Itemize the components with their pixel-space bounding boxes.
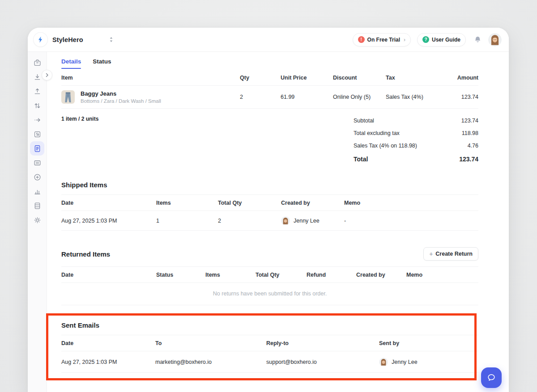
- order-item-row[interactable]: Baggy Jeans Bottoms / Zara / Dark Wash /…: [61, 86, 478, 109]
- item-unit-price: 61.99: [281, 94, 333, 100]
- sent-emails-section: Sent Emails Date To Reply-to Sent by Aug…: [61, 321, 478, 373]
- col-tax: Tax: [386, 75, 439, 81]
- grand-total-row: Total123.74: [354, 152, 478, 166]
- sidebar-item-settings[interactable]: [30, 213, 44, 227]
- returned-items-section: Returned Items + Create Return Date Stat…: [61, 247, 478, 305]
- chevron-right-icon: ›: [404, 37, 405, 43]
- trial-alert-icon: !: [358, 36, 365, 43]
- shipped-total-qty: 2: [218, 218, 281, 224]
- sidebar-item-stock-out[interactable]: [30, 84, 44, 98]
- stock-out-icon: [33, 87, 42, 96]
- item-attributes: Bottoms / Zara / Dark Wash / Small: [81, 98, 161, 104]
- trial-badge-label: On Free Trial: [367, 37, 400, 43]
- sender-avatar: [379, 358, 388, 367]
- shipped-row[interactable]: Aug 27, 2025 1:03 PM 1 2 Jenny Lee -: [61, 211, 478, 231]
- topbar: StyleHero ! On Free Trial › ? User Guide: [28, 28, 509, 52]
- shipped-memo: -: [344, 218, 478, 224]
- move-icon: [33, 116, 42, 124]
- workspace-name: StyleHero: [52, 36, 83, 43]
- shipped-items-section: Shipped Items Date Items Total Qty Creat…: [61, 181, 478, 231]
- tab-details[interactable]: Details: [61, 58, 81, 69]
- item-discount: Online Only (5): [333, 94, 386, 100]
- sidebar-item-move[interactable]: [30, 113, 44, 127]
- add-circle-icon: [33, 173, 42, 181]
- creator-avatar: [281, 216, 290, 225]
- sidebar-item-purchase-sales[interactable]: [30, 141, 44, 156]
- chevron-right-icon: [45, 73, 49, 77]
- returns-empty-message: No returns have been submitted for this …: [61, 283, 478, 305]
- email-to: marketing@boxhero.io: [155, 359, 266, 365]
- stock-in-icon: [33, 73, 42, 81]
- shipped-items-title: Shipped Items: [61, 181, 478, 189]
- tab-status[interactable]: Status: [93, 58, 111, 69]
- shipped-items-count: 1: [156, 218, 218, 224]
- sort-arrows-icon: [109, 37, 114, 42]
- returned-header: Date Status Items Total Qty Refund Creat…: [61, 267, 478, 283]
- sidebar-item-analytics[interactable]: [30, 184, 44, 198]
- purchase-sales-icon: [33, 144, 42, 153]
- data-icon: [33, 202, 42, 210]
- items-summary: 1 item / 2 units: [61, 116, 98, 122]
- col-unit-price: Unit Price: [281, 75, 333, 81]
- email-date: Aug 27, 2025 1:03 PM: [61, 359, 155, 365]
- chat-button[interactable]: [481, 367, 502, 388]
- bell-icon: [473, 35, 482, 44]
- lightning-bolt-icon: [37, 36, 44, 43]
- user-guide-button[interactable]: ? User Guide: [417, 33, 466, 46]
- item-amount: 123.74: [439, 94, 478, 100]
- email-reply-to: support@boxhero.io: [266, 359, 379, 365]
- settings-icon: [33, 216, 42, 224]
- col-discount: Discount: [333, 75, 386, 81]
- sidebar: [28, 52, 47, 392]
- shipped-created-by: Jenny Lee: [281, 216, 344, 225]
- col-amount: Amount: [439, 75, 478, 81]
- sidebar-item-labels[interactable]: [30, 156, 44, 170]
- tab-bar: Details Status: [61, 58, 478, 69]
- total-excl-tax-row: Total excluding tax118.98: [354, 127, 478, 139]
- box-icon: [33, 59, 42, 67]
- sidebar-item-items[interactable]: [30, 55, 44, 70]
- app-window: StyleHero ! On Free Trial › ? User Guide: [28, 28, 509, 392]
- sent-emails-header: Date To Reply-to Sent by: [61, 335, 478, 351]
- order-detail-page: Details Status Item Qty Unit Price Disco…: [47, 52, 509, 392]
- shipped-header: Date Items Total Qty Created by Memo: [61, 195, 478, 211]
- plus-icon: +: [429, 251, 433, 257]
- user-avatar[interactable]: [488, 33, 502, 46]
- workspace-switcher[interactable]: [109, 37, 114, 42]
- subtotal-row: Subtotal123.74: [354, 114, 478, 127]
- app-logo[interactable]: [34, 33, 47, 46]
- sidebar-item-add[interactable]: [30, 170, 44, 184]
- item-tax: Sales Tax (4%): [386, 94, 439, 100]
- item-thumbnail: [61, 90, 75, 104]
- sidebar-item-past-quantity[interactable]: [30, 127, 44, 141]
- col-qty: Qty: [240, 75, 281, 81]
- sales-tax-row: Sales Tax (4% on 118.98)4.76: [354, 139, 478, 152]
- sent-email-row[interactable]: Aug 27, 2025 1:03 PM marketing@boxhero.i…: [61, 351, 478, 373]
- analytics-icon: [33, 187, 42, 196]
- col-item: Item: [61, 75, 240, 81]
- create-return-button[interactable]: + Create Return: [423, 247, 478, 261]
- label-icon: [33, 159, 42, 167]
- order-items-header: Item Qty Unit Price Discount Tax Amount: [61, 70, 478, 86]
- user-guide-label: User Guide: [432, 37, 460, 43]
- sidebar-item-data[interactable]: [30, 198, 44, 213]
- past-quantity-icon: [33, 130, 42, 139]
- totals-block: Subtotal123.74 Total excluding tax118.98…: [354, 114, 478, 166]
- shipped-date: Aug 27, 2025 1:03 PM: [61, 218, 156, 224]
- sent-emails-title: Sent Emails: [61, 321, 478, 329]
- adjust-icon: [33, 101, 42, 110]
- free-trial-badge[interactable]: ! On Free Trial ›: [353, 33, 411, 46]
- help-icon: ?: [422, 36, 429, 43]
- chat-bubble-icon: [486, 373, 496, 383]
- notifications-button[interactable]: [473, 35, 482, 44]
- sidebar-item-adjust[interactable]: [30, 98, 44, 113]
- item-qty: 2: [240, 94, 281, 100]
- item-name: Baggy Jeans: [81, 90, 161, 97]
- email-sent-by: Jenny Lee: [379, 358, 478, 367]
- sidebar-expand-button[interactable]: [42, 70, 52, 80]
- returned-items-title: Returned Items: [61, 250, 110, 258]
